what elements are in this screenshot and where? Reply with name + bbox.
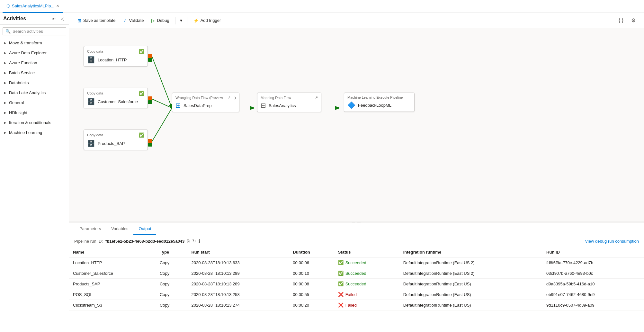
sidebar-pin-button[interactable]: ◁ — [59, 15, 66, 22]
sidebar-collapse-button[interactable]: ⇤ — [51, 15, 58, 22]
sidebar-item-label: Move & transform — [9, 40, 42, 45]
add-trigger-button[interactable]: ⚡ Add trigger — [190, 16, 224, 25]
info-icon[interactable]: ℹ — [199, 238, 200, 244]
tab-variables[interactable]: Variables — [106, 223, 133, 235]
settings-button[interactable]: ⚙ — [628, 15, 639, 25]
search-input[interactable] — [13, 29, 67, 34]
pipeline-run-id-value: fb1ef5e2-5b23-4e68-b2d3-eed012e5a043 — [105, 239, 184, 244]
node-name: SalesDataPrep — [183, 103, 211, 108]
cell-run-id: 9d1110c9-0507-4d39-a09 — [542, 300, 644, 310]
copy-id-icon[interactable]: ⎘ — [187, 238, 190, 244]
sidebar-item-move-transform[interactable]: ▶ Move & transform — [0, 38, 69, 48]
success-icon: ✅ — [338, 281, 344, 286]
tab-close-button[interactable]: ✕ — [56, 4, 59, 8]
node-name: Customer_Salesforce — [98, 99, 138, 104]
sidebar-item-azure-function[interactable]: ▶ Azure Function — [0, 58, 69, 68]
node-feedback-loop-ml[interactable]: Machine Learning Execute Pipeline 🔷 Feed… — [344, 93, 415, 112]
node-products-sap[interactable]: Copy data ✅ 🗄️ Products_SAP — [84, 130, 148, 150]
sidebar-item-iteration-conditionals[interactable]: ▶ Iteration & conditionals — [0, 118, 69, 128]
chevron-icon: ▶ — [4, 121, 6, 124]
output-tabs: Parameters Variables Output — [69, 223, 644, 235]
debug-dropdown-button[interactable]: ▼ — [178, 16, 184, 25]
svg-rect-9 — [148, 96, 152, 100]
table-header-row: Name Type Run start Duration Status Inte… — [69, 247, 644, 257]
debug-icon: ▷ — [151, 18, 155, 23]
sidebar-item-general[interactable]: ▶ General — [0, 98, 69, 108]
validate-button[interactable]: ✓ Validate — [120, 16, 147, 25]
node-type-label: Copy data — [87, 49, 103, 53]
node-sales-data-prep[interactable]: Wrangling Data Flow (Preview ↗ ) ⊞ Sales… — [172, 93, 239, 112]
view-debug-link[interactable]: View debug run consumption — [585, 239, 639, 244]
status-cell: ❌Failed — [334, 300, 399, 310]
table-row[interactable]: Customer_Salesforce Copy 2020-08-28T18:1… — [69, 268, 644, 279]
save-as-template-button[interactable]: ⊞ Save as template — [74, 16, 119, 25]
svg-line-2 — [152, 108, 172, 141]
pipeline-tab-icon: ⬡ — [6, 4, 10, 8]
sidebar-item-databricks[interactable]: ▶ Databricks — [0, 78, 69, 88]
chevron-icon: ▶ — [4, 111, 6, 114]
chevron-icon: ▶ — [4, 101, 6, 104]
database-icon: 🗄️ — [87, 139, 95, 147]
cell-duration: 00:00:20 — [289, 300, 334, 310]
debug-label: Debug — [157, 18, 169, 23]
cell-duration: 00:00:06 — [289, 257, 334, 268]
node-type-label: Copy data — [87, 91, 103, 95]
pipeline-tab[interactable]: ⬡ SalesAnalyticsMLPip... ✕ — [3, 0, 63, 13]
svg-line-0 — [152, 57, 172, 108]
search-box[interactable]: 🔍 — [3, 27, 66, 35]
sidebar-controls: ⇤ ◁ — [51, 15, 66, 22]
close-paren: ) — [235, 96, 236, 100]
table-row[interactable]: POS_SQL Copy 2020-08-28T18:10:13.258 00:… — [69, 289, 644, 300]
external-link-icon[interactable]: ↗ — [315, 95, 318, 100]
output-table-container[interactable]: Name Type Run start Duration Status Inte… — [69, 247, 644, 332]
sidebar-item-hdinsight[interactable]: ▶ HDInsight — [0, 108, 69, 118]
tab-output[interactable]: Output — [133, 223, 156, 235]
toolbar-separator-2 — [187, 17, 187, 24]
sidebar-item-label: General — [9, 100, 24, 105]
cell-type: Copy — [156, 279, 187, 289]
node-name: Products_SAP — [98, 141, 125, 146]
node-customer-salesforce[interactable]: Copy data ✅ 🗄️ Customer_Salesforce — [84, 88, 148, 108]
refresh-icon[interactable]: ↻ — [192, 238, 196, 244]
table-row[interactable]: Clickstream_S3 Copy 2020-08-28T18:10:13.… — [69, 300, 644, 310]
cell-integration-runtime: DefaultIntegrationRuntime (East US) — [399, 289, 542, 300]
database-icon: 🗄️ — [87, 98, 95, 105]
sidebar-item-azure-data-explorer[interactable]: ▶ Azure Data Explorer — [0, 48, 69, 58]
save-as-template-label: Save as template — [83, 18, 115, 23]
toolbar-separator — [175, 17, 175, 24]
add-trigger-label: Add trigger — [201, 18, 221, 23]
sidebar-item-batch-service[interactable]: ▶ Batch Service — [0, 68, 69, 78]
svg-rect-10 — [148, 139, 152, 143]
sidebar-item-machine-learning[interactable]: ▶ Machine Learning — [0, 128, 69, 138]
validate-icon: ✓ — [123, 18, 127, 23]
pipeline-canvas[interactable]: Copy data ✅ 🗄️ Location_HTTP Copy data ✅… — [69, 28, 644, 221]
status-cell: ❌Failed — [334, 289, 399, 300]
chevron-icon: ▶ — [4, 61, 6, 65]
cell-run-id: 03cf907b-a760-4e93-b0c — [542, 268, 644, 279]
ml-icon: 🔷 — [347, 101, 355, 109]
cell-run-id: d9a3395a-59b5-416d-a10 — [542, 279, 644, 289]
tab-parameters[interactable]: Parameters — [74, 223, 106, 235]
sidebar-item-data-lake-analytics[interactable]: ▶ Data Lake Analytics — [0, 88, 69, 98]
col-run-id: Run ID — [542, 247, 644, 257]
node-type-label: Mapping Data Flow — [261, 96, 291, 100]
node-location-http[interactable]: Copy data ✅ 🗄️ Location_HTTP — [84, 46, 148, 67]
cell-name: Location_HTTP — [69, 257, 156, 268]
node-type-label: Copy data — [87, 133, 103, 137]
node-sales-analytics[interactable]: Mapping Data Flow ↗ ⊟ SalesAnalytics — [257, 93, 321, 112]
chevron-icon: ▶ — [4, 51, 6, 55]
code-view-button[interactable]: { } — [615, 16, 627, 25]
table-row[interactable]: Location_HTTP Copy 2020-08-28T18:10:13.6… — [69, 257, 644, 268]
cell-run-id: fd8f6f9a-770c-4229-ad7b — [542, 257, 644, 268]
cell-run-start: 2020-08-28T18:10:13.258 — [187, 289, 289, 300]
sidebar-item-label: Databricks — [9, 80, 29, 85]
sidebar-item-label: Batch Service — [9, 70, 35, 75]
success-badge: ✅ — [139, 49, 144, 54]
sidebar-title: Activities — [3, 16, 26, 22]
success-badge: ✅ — [139, 132, 144, 138]
external-link-icon[interactable]: ↗ — [228, 95, 230, 100]
table-row[interactable]: Products_SAP Copy 2020-08-28T18:10:13.28… — [69, 279, 644, 289]
success-icon: ✅ — [338, 271, 344, 276]
sidebar-item-label: Azure Function — [9, 60, 37, 65]
debug-button[interactable]: ▷ Debug — [148, 16, 172, 25]
